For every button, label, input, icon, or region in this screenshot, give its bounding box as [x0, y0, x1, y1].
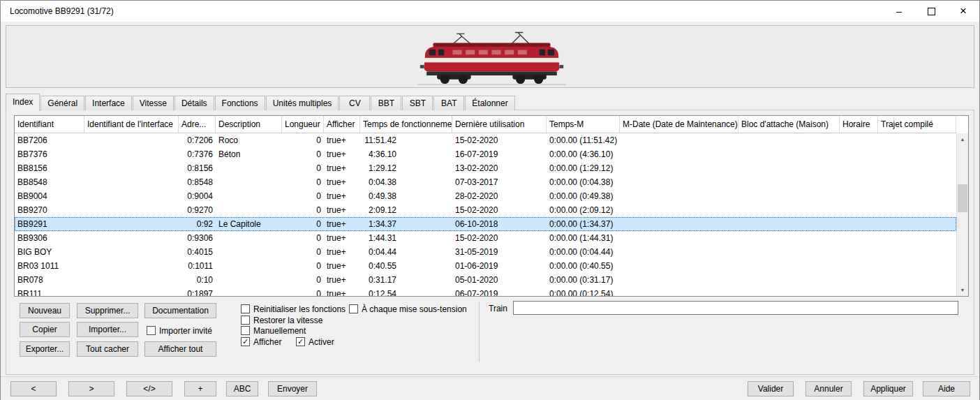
table-row[interactable]: BB73760:7376Béton0true+4:36.1016-07-2019… — [15, 147, 956, 161]
column-header[interactable]: Horaire — [840, 116, 878, 133]
maximize-button[interactable] — [915, 1, 947, 22]
tab-vitesse[interactable]: Vitesse — [133, 96, 174, 110]
table-row[interactable]: BB90040:90040true+0:49.3828-02-20200:00.… — [15, 189, 956, 203]
documentation-button[interactable]: Documentation — [144, 303, 216, 318]
column-header[interactable]: Afficher — [324, 116, 360, 133]
table-cell: 0 — [282, 175, 324, 189]
valider-button[interactable]: Valider — [748, 381, 794, 397]
table-cell — [620, 175, 738, 189]
nouveau-button[interactable]: Nouveau — [20, 303, 70, 318]
table-cell: 0 — [282, 259, 324, 273]
column-header[interactable]: Dernière utilisation — [452, 116, 547, 133]
table-row[interactable]: BB85480:85480true+0:04.3807-03-20170:00.… — [15, 175, 956, 189]
table-cell — [216, 161, 282, 175]
importer-invite-checkbox[interactable]: Importer invité — [147, 325, 212, 336]
table-cell — [878, 203, 956, 217]
envoyer-button[interactable]: Envoyer — [268, 381, 317, 397]
restorer-vitesse-checkbox[interactable]: Restorer la vitesse — [241, 315, 322, 325]
tab-index[interactable]: Index — [6, 94, 40, 111]
table-row[interactable]: BB92910:92Le Capitole0true+1:34.3706-10-… — [15, 217, 956, 231]
table-cell — [840, 259, 878, 273]
table-row[interactable]: BB72060:7206Roco0true+11:51.4215-02-2020… — [15, 133, 956, 147]
manuellement-checkbox[interactable]: Manuellement — [241, 325, 306, 336]
column-header[interactable]: Identifiant de l'interface — [84, 116, 179, 133]
reinitialiser-checkbox[interactable]: Reinitialiser les fonctions — [241, 304, 346, 314]
tab--talonner[interactable]: Étalonner — [465, 96, 514, 110]
column-header[interactable]: Identifiant — [15, 116, 84, 133]
column-header[interactable]: Adre... — [179, 116, 216, 133]
supprimer-button[interactable]: Supprimer... — [77, 303, 138, 318]
table-cell — [878, 133, 956, 147]
exporter-button[interactable]: Exporter... — [20, 341, 70, 357]
table-cell — [738, 287, 840, 296]
table-cell: Le Capitole — [216, 217, 282, 231]
aide-button[interactable]: Aide — [923, 381, 970, 397]
table-cell: true+ — [324, 147, 360, 161]
table-cell: 0:1011 — [179, 259, 216, 273]
tab-interface[interactable]: Interface — [85, 96, 132, 110]
table-row[interactable]: BR1110:18970true+0:12.5406-07-20190:00.0… — [15, 287, 956, 296]
table-cell: 0:00.00 (0:12.54) — [547, 287, 620, 296]
table-cell — [738, 161, 840, 175]
plus-button[interactable]: + — [184, 381, 216, 397]
column-header[interactable]: M-Date (Date de Maintenance) — [620, 116, 738, 133]
table-cell: 0:00.00 (0:04.38) — [547, 175, 620, 189]
next-button[interactable]: > — [68, 381, 114, 397]
scroll-down-button[interactable]: ▼ — [957, 284, 968, 296]
column-header[interactable]: Temps-M — [547, 116, 620, 133]
table-cell: 0:7206 — [179, 133, 216, 147]
vertical-scrollbar[interactable]: ▲ ▼ — [956, 133, 968, 296]
column-header[interactable]: Trajet compilé — [878, 116, 956, 133]
tab-sbt[interactable]: SBT — [402, 96, 433, 110]
table-cell: true+ — [324, 217, 360, 231]
column-header[interactable]: Temps de fonctionnement — [360, 116, 452, 133]
table-row[interactable]: BB81560:81560true+1:29.1213-02-20200:00.… — [15, 161, 956, 175]
table-cell — [620, 287, 738, 296]
table-cell: true+ — [324, 133, 360, 147]
table-cell — [840, 189, 878, 203]
table-cell — [738, 189, 840, 203]
table-row[interactable]: BR0780:100true+0:31.1705-01-20200:00.00 … — [15, 273, 956, 287]
tab-bat[interactable]: BAT — [433, 96, 464, 110]
code-button[interactable]: </> — [126, 381, 172, 397]
a-chaque-mise-checkbox[interactable]: À chaque mise sous-tension — [349, 304, 467, 314]
table-row[interactable]: BR03 10110:10110true+0:40.5501-06-20190:… — [15, 259, 956, 273]
tab-g-n-ral[interactable]: Général — [40, 96, 84, 110]
afficher-tout-button[interactable]: Afficher tout — [144, 341, 216, 357]
table-cell — [840, 231, 878, 245]
activer-checkbox[interactable]: Activer — [296, 336, 334, 347]
tout-cacher-button[interactable]: Tout cacher — [77, 341, 138, 357]
close-button[interactable]: × — [947, 1, 979, 22]
tab-bbt[interactable]: BBT — [371, 96, 401, 110]
copier-button[interactable]: Copier — [20, 322, 70, 337]
afficher-checkbox[interactable]: Afficher — [241, 336, 281, 347]
train-input[interactable] — [513, 301, 958, 315]
column-header[interactable]: Bloc d'attache (Maison) — [738, 116, 840, 133]
appliquer-button[interactable]: Appliquer — [863, 381, 913, 397]
table-row[interactable]: BB93060:93060true+1:44.3115-02-20200:00.… — [15, 231, 956, 245]
importer-button[interactable]: Importer... — [77, 322, 138, 337]
table-cell — [216, 245, 282, 259]
tab-cv[interactable]: CV — [339, 96, 370, 110]
table-cell — [878, 147, 956, 161]
table-row[interactable]: BB92700:92700true+2:09.1215-02-20200:00.… — [15, 203, 956, 217]
tab-d-tails[interactable]: Détails — [175, 96, 214, 110]
table-cell: true+ — [324, 287, 360, 296]
minimize-button[interactable]: – — [883, 1, 915, 22]
table-row[interactable]: BIG BOY0:40150true+0:04.4431-05-20190:00… — [15, 245, 956, 259]
column-header[interactable]: Description — [216, 116, 282, 133]
scrollbar-thumb[interactable] — [958, 184, 967, 212]
table-cell: 16-07-2019 — [452, 147, 547, 161]
table-cell — [738, 203, 840, 217]
table-cell: true+ — [324, 161, 360, 175]
tab-unit-s-multiples[interactable]: Unités multiples — [266, 96, 339, 110]
annuler-button[interactable]: Annuler — [805, 381, 852, 397]
prev-button[interactable]: < — [10, 381, 57, 397]
scroll-up-button[interactable]: ▲ — [957, 133, 968, 145]
tab-bar: IndexGénéralInterfaceVitesseDétailsFonct… — [6, 93, 516, 110]
abc-button[interactable]: ABC — [226, 381, 258, 397]
table-cell — [84, 287, 179, 296]
tab-fonctions[interactable]: Fonctions — [215, 96, 265, 110]
table-cell: 01-06-2019 — [452, 259, 547, 273]
column-header[interactable]: Longueur — [282, 116, 324, 133]
